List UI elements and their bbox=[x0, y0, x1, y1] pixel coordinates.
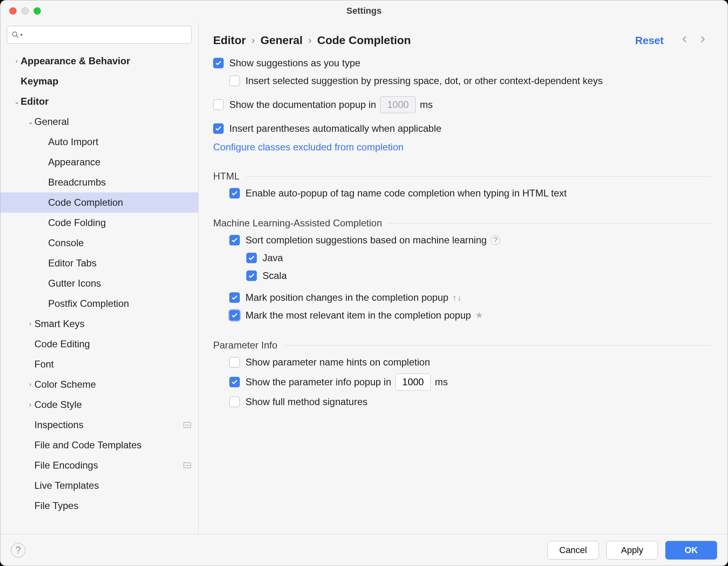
html-autopopup-checkbox[interactable] bbox=[229, 188, 240, 199]
tree-item-label: Font bbox=[34, 359, 54, 370]
param-full-sig-label: Show full method signatures bbox=[245, 396, 368, 408]
breadcrumb-sep: › bbox=[252, 35, 255, 46]
search-input[interactable] bbox=[25, 29, 187, 40]
chevron-right-icon[interactable]: › bbox=[26, 320, 34, 327]
tree-item[interactable]: ›Code Style bbox=[0, 395, 198, 415]
tree-item[interactable]: ›Code Editing bbox=[0, 334, 198, 354]
tree-item[interactable]: ›Appearance bbox=[0, 152, 198, 172]
tree-item-label: Color Scheme bbox=[34, 379, 96, 390]
tree-item[interactable]: ›Keymap bbox=[0, 71, 198, 91]
show-doc-popup-label: Show the documentation popup in bbox=[229, 99, 376, 110]
breadcrumb-sep: › bbox=[308, 35, 311, 46]
chevron-right-icon[interactable]: › bbox=[26, 401, 34, 408]
tree-item[interactable]: ›File and Code Templates bbox=[0, 435, 198, 455]
tree-item-label: Appearance & Behavior bbox=[21, 55, 130, 67]
tree-item[interactable]: ›Appearance & Behavior bbox=[0, 51, 198, 71]
history-forward-icon[interactable] bbox=[694, 34, 711, 46]
search-icon bbox=[11, 31, 19, 39]
titlebar: Settings bbox=[0, 0, 728, 21]
param-popup-checkbox[interactable] bbox=[229, 377, 240, 387]
chevron-down-icon[interactable]: ⌄ bbox=[13, 98, 21, 106]
tree-item-label: Smart Keys bbox=[34, 318, 85, 329]
dialog-footer: ? Cancel Apply OK bbox=[0, 534, 728, 566]
section-param-title: Parameter Info bbox=[213, 340, 711, 351]
breadcrumb-part: Code Completion bbox=[317, 34, 411, 47]
tree-item-label: Code Completion bbox=[48, 197, 123, 208]
show-suggestions-checkbox[interactable] bbox=[213, 58, 224, 68]
ml-sort-label: Sort completion suggestions based on mac… bbox=[245, 234, 487, 246]
tree-item[interactable]: ›File Encodings bbox=[0, 455, 198, 475]
tree-item[interactable]: ›Live Templates bbox=[0, 475, 198, 496]
ml-mark-rel-checkbox[interactable] bbox=[229, 310, 240, 321]
configure-excluded-link[interactable]: Configure classes excluded from completi… bbox=[213, 137, 404, 155]
close-window-button[interactable] bbox=[9, 7, 17, 15]
tree-item-label: Appearance bbox=[48, 156, 100, 168]
history-back-icon[interactable] bbox=[676, 34, 694, 46]
tree-item-label: Code Style bbox=[34, 399, 82, 410]
ml-mark-pos-checkbox[interactable] bbox=[229, 292, 240, 303]
tree-item[interactable]: ›Code Folding bbox=[0, 213, 198, 233]
tree-item[interactable]: ›Inspections bbox=[0, 415, 198, 435]
help-button[interactable]: ? bbox=[11, 543, 25, 558]
main-header: Editor › General › Code Completion Reset bbox=[199, 22, 728, 54]
tree-item[interactable]: ⌄General bbox=[0, 112, 198, 132]
cancel-button[interactable]: Cancel bbox=[547, 541, 599, 560]
tree-item[interactable]: ›Code Completion bbox=[0, 192, 198, 213]
ml-scala-label: Scala bbox=[262, 270, 287, 281]
zoom-window-button[interactable] bbox=[34, 7, 41, 15]
star-icon: ★ bbox=[475, 310, 483, 321]
tree-item[interactable]: ›Postfix Completion bbox=[0, 294, 198, 314]
param-full-sig-checkbox[interactable] bbox=[229, 397, 240, 407]
tree-item[interactable]: ›File Types bbox=[0, 496, 198, 516]
project-scope-icon bbox=[184, 422, 191, 428]
ml-scala-checkbox[interactable] bbox=[246, 270, 257, 281]
insert-parens-checkbox[interactable] bbox=[213, 123, 224, 134]
tree-item[interactable]: ⌄Editor bbox=[0, 91, 198, 112]
param-popup-unit: ms bbox=[435, 376, 448, 388]
ok-button[interactable]: OK bbox=[665, 541, 717, 560]
tree-item-label: Code Editing bbox=[34, 338, 90, 350]
insert-selected-checkbox[interactable] bbox=[229, 76, 240, 86]
breadcrumb-part[interactable]: Editor bbox=[213, 34, 246, 47]
reset-link[interactable]: Reset bbox=[635, 34, 664, 47]
breadcrumb-part[interactable]: General bbox=[260, 34, 303, 47]
help-icon[interactable]: ? bbox=[491, 235, 500, 245]
tree-item[interactable]: ›Breadcrumbs bbox=[0, 172, 198, 192]
ml-mark-rel-label: Mark the most relevant item in the compl… bbox=[245, 310, 471, 321]
apply-button[interactable]: Apply bbox=[606, 541, 658, 560]
window-title: Settings bbox=[0, 6, 728, 16]
ml-mark-pos-label: Mark position changes in the completion … bbox=[245, 292, 449, 303]
tree-item-label: Auto Import bbox=[48, 136, 98, 148]
insert-parens-label: Insert parentheses automatically when ap… bbox=[229, 123, 441, 134]
tree-item[interactable]: ›Smart Keys bbox=[0, 314, 198, 334]
minimize-window-button[interactable] bbox=[21, 7, 29, 15]
tree-item-label: General bbox=[34, 116, 69, 127]
chevron-down-icon[interactable]: ⌄ bbox=[26, 118, 34, 126]
search-field[interactable]: ▾ bbox=[7, 26, 192, 44]
tree-item-label: Editor Tabs bbox=[48, 258, 97, 269]
tree-item[interactable]: ›Auto Import bbox=[0, 132, 198, 152]
doc-popup-delay-input[interactable] bbox=[380, 96, 416, 113]
chevron-right-icon[interactable]: › bbox=[13, 57, 21, 65]
tree-item-label: Code Folding bbox=[48, 217, 106, 228]
tree-item[interactable]: ›Font bbox=[0, 354, 198, 374]
tree-item[interactable]: ›Gutter Icons bbox=[0, 273, 198, 294]
tree-item-label: Gutter Icons bbox=[48, 278, 101, 289]
settings-content: Show suggestions as you type Insert sele… bbox=[199, 54, 728, 534]
tree-item[interactable]: ›Console bbox=[0, 233, 198, 253]
tree-item-label: Console bbox=[48, 237, 84, 249]
tree-item-label: File Encodings bbox=[34, 460, 98, 471]
param-hints-checkbox[interactable] bbox=[229, 357, 240, 367]
svg-point-0 bbox=[13, 32, 17, 36]
tree-item[interactable]: ›Color Scheme bbox=[0, 374, 198, 395]
ml-sort-checkbox[interactable] bbox=[229, 235, 240, 245]
html-autopopup-label: Enable auto-popup of tag name code compl… bbox=[245, 188, 567, 199]
section-ml-title: Machine Learning-Assisted Completion bbox=[213, 218, 711, 229]
search-dropdown-icon[interactable]: ▾ bbox=[20, 32, 23, 38]
sidebar: ▾ ›Appearance & Behavior›Keymap⌄Editor⌄G… bbox=[0, 22, 199, 534]
tree-item[interactable]: ›Editor Tabs bbox=[0, 253, 198, 273]
show-doc-popup-checkbox[interactable] bbox=[213, 99, 224, 110]
ml-java-checkbox[interactable] bbox=[246, 253, 257, 263]
param-popup-delay-input[interactable] bbox=[395, 374, 431, 391]
chevron-right-icon[interactable]: › bbox=[26, 381, 34, 388]
